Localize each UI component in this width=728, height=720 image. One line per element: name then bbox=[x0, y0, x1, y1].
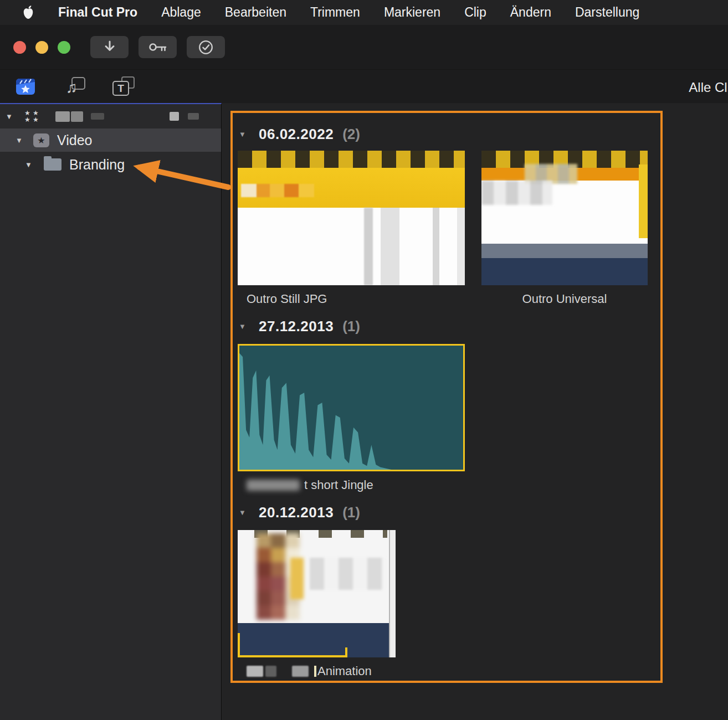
redacted-clip-name bbox=[247, 480, 300, 491]
titles-generators-tab[interactable]: T bbox=[111, 75, 135, 97]
music-note-icon: ♫ bbox=[66, 80, 78, 95]
group-count: (2) bbox=[342, 126, 360, 143]
download-arrow-icon bbox=[104, 40, 116, 54]
titles-icon: T bbox=[112, 81, 129, 96]
clip-outro-universal[interactable]: Outro Universal bbox=[481, 151, 648, 306]
caption-marker bbox=[314, 666, 316, 677]
minimize-window-button[interactable] bbox=[35, 41, 48, 54]
smart-collection-star-icon: ★ bbox=[33, 133, 49, 147]
star-glyph: ★ bbox=[33, 116, 41, 123]
sidebar-item-label: Video bbox=[57, 132, 93, 148]
zoom-window-button[interactable] bbox=[58, 41, 70, 54]
media-browser: ▼ 06.02.2022 (2) Outro Still JPG bbox=[222, 103, 728, 720]
key-icon bbox=[148, 42, 167, 53]
star-glyph: ★ bbox=[24, 116, 33, 123]
clip-outro-still[interactable]: Outro Still JPG bbox=[238, 151, 465, 306]
clip-thumbnail[interactable] bbox=[481, 151, 648, 285]
date-group-header-1: ▼ 06.02.2022 (2) bbox=[239, 125, 660, 143]
menu-darstellung[interactable]: Darstellung bbox=[575, 5, 639, 20]
apple-menu[interactable] bbox=[22, 5, 34, 20]
redacted-figure bbox=[257, 533, 271, 548]
keyword-editor-button[interactable] bbox=[139, 36, 177, 58]
redacted-library-name bbox=[41, 111, 221, 122]
clapperboard-star-icon bbox=[15, 77, 36, 96]
clip-jingle[interactable]: t short Jingle bbox=[238, 344, 660, 492]
background-tasks-button[interactable] bbox=[187, 36, 225, 58]
close-window-button[interactable] bbox=[13, 41, 26, 54]
group-disclosure-triangle[interactable]: ▼ bbox=[239, 508, 259, 517]
clip-name: Animation bbox=[247, 664, 660, 678]
clip-library-tab[interactable] bbox=[14, 75, 37, 97]
group-disclosure-triangle[interactable]: ▼ bbox=[239, 322, 259, 331]
group-count: (1) bbox=[342, 504, 360, 521]
toolbar-buttons bbox=[90, 36, 225, 58]
check-circle-icon bbox=[198, 40, 213, 55]
app-menu-final-cut-pro[interactable]: Final Cut Pro bbox=[58, 5, 137, 20]
folder-icon bbox=[44, 158, 61, 171]
clip-row: Outro Still JPG Outro Universal bbox=[238, 151, 660, 306]
menu-markieren[interactable]: Markieren bbox=[384, 5, 440, 20]
redacted-clip-name bbox=[247, 666, 263, 677]
menu-aendern[interactable]: Ändern bbox=[510, 5, 551, 20]
main-content: ▼ ★ ★ ★ ★ ▼ ★ Video ▼ Branding bbox=[0, 103, 728, 720]
sidebar-item-label: Branding bbox=[69, 157, 125, 173]
clip-name: t short Jingle bbox=[247, 478, 660, 492]
sidebar-item-video[interactable]: ▼ ★ Video bbox=[0, 128, 221, 152]
date-group-header-3: ▼ 20.12.2013 (1) bbox=[239, 503, 660, 521]
group-date: 06.02.2022 bbox=[259, 126, 334, 143]
clip-name: Outro Universal bbox=[481, 292, 648, 306]
clip-filter-dropdown[interactable]: Alle Cli bbox=[689, 80, 728, 95]
filmstrip-edge bbox=[238, 151, 465, 168]
menu-bar: Final Cut Pro Ablage Bearbeiten Trimmen … bbox=[0, 0, 728, 25]
title-bar bbox=[0, 25, 728, 69]
library-sidebar: ▼ ★ ★ ★ ★ ▼ ★ Video ▼ Branding bbox=[0, 103, 222, 720]
redacted-clip-name bbox=[292, 666, 309, 677]
clip-thumbnail[interactable] bbox=[238, 530, 396, 657]
group-count: (1) bbox=[342, 318, 360, 335]
disclosure-triangle-branding[interactable]: ▼ bbox=[25, 161, 37, 169]
library-row[interactable]: ▼ ★ ★ ★ ★ bbox=[0, 104, 221, 128]
menu-trimmen[interactable]: Trimmen bbox=[310, 5, 360, 20]
disclosure-triangle-video[interactable]: ▼ bbox=[16, 136, 28, 145]
browser-highlight-frame: ▼ 06.02.2022 (2) Outro Still JPG bbox=[230, 111, 663, 683]
clip-animation[interactable]: Animation bbox=[238, 530, 660, 678]
group-date: 20.12.2013 bbox=[259, 504, 334, 521]
clip-thumbnail[interactable] bbox=[238, 151, 465, 285]
sidebar-item-branding[interactable]: ▼ Branding bbox=[0, 152, 221, 177]
range-selection-marker[interactable] bbox=[238, 633, 347, 657]
group-disclosure-triangle[interactable]: ▼ bbox=[239, 130, 259, 138]
star-glyph: ★ bbox=[37, 135, 45, 146]
audio-waveform bbox=[239, 346, 463, 470]
apple-logo-icon bbox=[22, 5, 34, 20]
window-controls bbox=[13, 41, 70, 54]
disclosure-triangle-library[interactable]: ▼ bbox=[6, 112, 18, 121]
photos-audio-tab[interactable]: ♫ bbox=[63, 75, 86, 97]
final-cut-pro-window: Final Cut Pro Ablage Bearbeiten Trimmen … bbox=[0, 0, 728, 720]
group-date: 27.12.2013 bbox=[259, 318, 334, 335]
date-group-header-2: ▼ 27.12.2013 (1) bbox=[239, 317, 660, 335]
clip-thumbnail-selected[interactable] bbox=[238, 344, 465, 471]
import-media-button[interactable] bbox=[90, 36, 129, 58]
sidebar-tab-bar: ♫ T Alle Cli bbox=[0, 69, 728, 103]
menu-ablage[interactable]: Ablage bbox=[161, 5, 201, 20]
clip-name: Outro Still JPG bbox=[247, 292, 465, 306]
smart-collections-icon: ★ ★ ★ ★ bbox=[24, 110, 41, 123]
filmstrip-edge bbox=[254, 530, 387, 538]
menu-bearbeiten[interactable]: Bearbeiten bbox=[225, 5, 286, 20]
menu-clip[interactable]: Clip bbox=[464, 5, 486, 20]
redacted-clip-name bbox=[265, 666, 276, 677]
